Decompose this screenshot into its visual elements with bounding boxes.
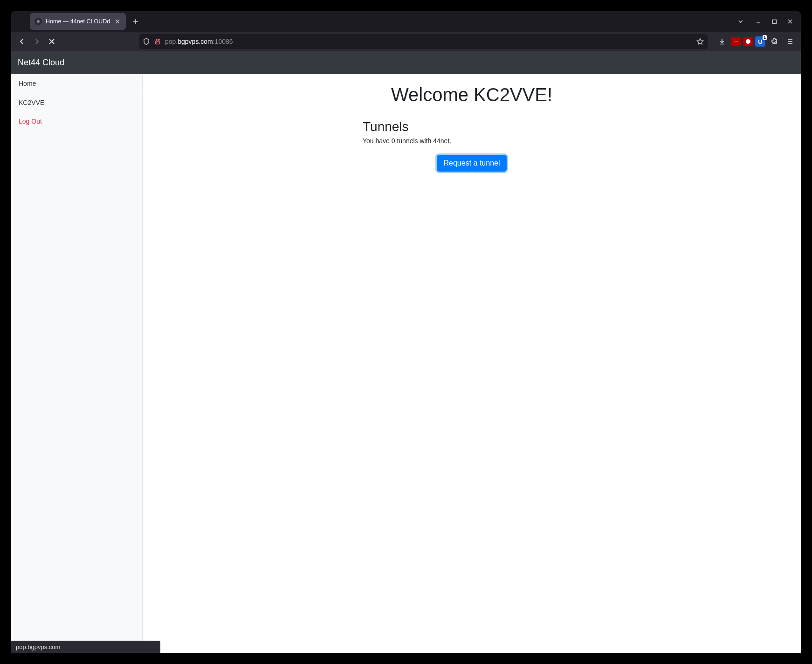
tunnels-text: You have 0 tunnels with 44net.: [363, 137, 581, 145]
tab-title: Home — 44net CLOUDd: [46, 18, 110, 25]
sidebar-item-home[interactable]: Home: [11, 74, 142, 93]
url-bar[interactable]: pop.bgpvps.com:10086: [139, 34, 708, 49]
tab-overflow-button[interactable]: [734, 14, 748, 28]
extension-ublock-icon[interactable]: [743, 37, 753, 46]
url-subdomain: pop.: [165, 38, 178, 45]
back-button[interactable]: [15, 35, 29, 48]
browser-window: Home — 44net CLOUDd: [11, 11, 801, 653]
sidebar-item-logout[interactable]: Log Out: [11, 112, 142, 131]
bookmark-star-icon[interactable]: [696, 38, 704, 45]
tab-strip: Home — 44net CLOUDd: [11, 11, 801, 32]
svg-marker-13: [697, 39, 703, 45]
page-title: Welcome KC2VVE!: [243, 84, 700, 105]
insecure-lock-icon[interactable]: [154, 38, 161, 45]
maximize-button[interactable]: [766, 14, 782, 28]
new-tab-button[interactable]: [129, 14, 143, 28]
url-text: pop.bgpvps.com:10086: [165, 38, 693, 45]
main-content: Welcome KC2VVE! Tunnels You have 0 tunne…: [143, 74, 801, 653]
svg-point-16: [746, 39, 750, 44]
extension-umatrix-icon[interactable]: U1: [755, 36, 765, 47]
page-viewport: Net44 Cloud Home KC2VVE Log Out Welcome …: [11, 51, 801, 653]
tunnels-heading: Tunnels: [363, 119, 581, 134]
app-body: Home KC2VVE Log Out Welcome KC2VVE! Tunn…: [11, 74, 801, 653]
toolbar-right: ··· U1: [712, 35, 797, 48]
forward-button[interactable]: [30, 35, 44, 48]
app-menu-button[interactable]: [783, 35, 797, 48]
request-tunnel-button[interactable]: Request a tunnel: [437, 155, 507, 172]
app-brand[interactable]: Net44 Cloud: [18, 58, 64, 68]
favicon-icon: [34, 18, 42, 25]
app-header: Net44 Cloud: [11, 51, 801, 74]
browser-tab[interactable]: Home — 44net CLOUDd: [30, 13, 126, 30]
url-port: :10086: [213, 38, 233, 45]
sidebar-item-callsign[interactable]: KC2VVE: [11, 93, 142, 112]
downloads-button[interactable]: [715, 35, 729, 48]
svg-rect-6: [772, 20, 776, 23]
extensions-button[interactable]: [767, 35, 781, 48]
shield-icon[interactable]: [143, 38, 150, 45]
extension-noscript-icon[interactable]: ···: [731, 37, 741, 46]
minimize-button[interactable]: [750, 14, 766, 28]
stop-reload-button[interactable]: [45, 35, 59, 48]
sidebar: Home KC2VVE Log Out: [11, 74, 143, 653]
tunnels-section: Tunnels You have 0 tunnels with 44net. R…: [355, 119, 588, 172]
close-window-button[interactable]: [782, 14, 798, 28]
navbar: pop.bgpvps.com:10086 ··· U1: [11, 32, 801, 51]
url-host: bgpvps.com: [178, 38, 213, 45]
window-controls: [734, 11, 798, 32]
status-bar: pop.bgpvps.com: [11, 641, 160, 653]
status-text: pop.bgpvps.com: [16, 643, 60, 650]
extension-badge-count: 1: [763, 35, 767, 40]
svg-point-0: [37, 20, 40, 23]
tab-close-icon[interactable]: [114, 18, 121, 25]
